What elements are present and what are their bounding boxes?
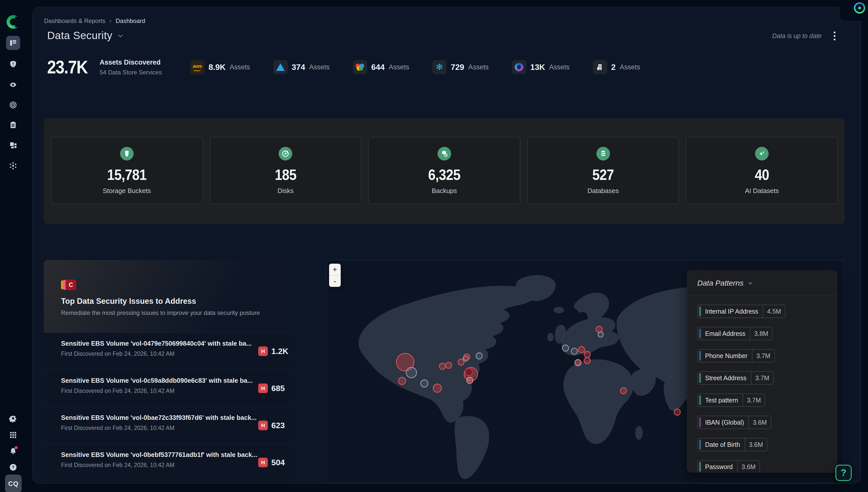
sidebar-item-dashboards[interactable] — [6, 36, 20, 50]
kebab-menu-icon[interactable] — [833, 30, 837, 41]
sidebar-item-inventory[interactable] — [6, 138, 20, 152]
issue-row[interactable]: Sensitive EBS Volume 'vol-0c59a8ddb090e6… — [44, 370, 292, 407]
zoom-out-button[interactable]: - — [329, 275, 341, 287]
severity-stack-icon: C — [61, 260, 292, 290]
provider-stat-on-premises: 2 Assets — [593, 60, 640, 74]
map-bubble[interactable] — [445, 362, 452, 368]
help-button[interactable]: ? — [836, 465, 851, 481]
cyera-logo-icon[interactable] — [6, 15, 20, 29]
microsoft-365-icon — [512, 60, 526, 74]
map-bubble[interactable] — [464, 354, 470, 360]
data-pattern-chip[interactable]: Email Address 3.8M — [697, 327, 772, 340]
map-bubble[interactable] — [571, 348, 578, 354]
issue-row[interactable]: Sensitive EBS Volume 'vol-0bebf5377761ad… — [44, 444, 292, 481]
azure-icon — [273, 60, 288, 74]
chevron-down-icon — [748, 280, 752, 285]
stat-card-disks[interactable]: 185 Disks — [210, 137, 362, 204]
blocks-icon — [9, 141, 17, 149]
map-bubble[interactable] — [598, 332, 604, 337]
aws-icon: aws — [190, 60, 205, 74]
chevron-down-icon — [118, 32, 123, 37]
issue-count: 685 — [271, 384, 285, 393]
stat-card-ai-datasets[interactable]: 40 AI Datasets — [686, 137, 838, 204]
data-pattern-chip[interactable]: Street Address 3.7M — [697, 371, 774, 385]
main-content-panel: Dashboards & Reports › Dashboard Data Se… — [32, 7, 861, 484]
issue-count: 1.2K — [271, 347, 288, 356]
issue-count: 623 — [271, 421, 285, 430]
assets-total: 23.7K — [47, 57, 87, 77]
grid-icon — [9, 431, 17, 439]
notification-badge — [15, 446, 18, 449]
map-bubble[interactable] — [433, 384, 441, 392]
map-bubble[interactable] — [596, 326, 603, 333]
provider-stat-aws: aws 8.9K Assets — [190, 60, 250, 74]
map-bubble[interactable] — [562, 345, 569, 351]
snowflake-icon: ❄ — [432, 60, 446, 74]
stat-card-databases[interactable]: 527 Databases — [527, 137, 679, 204]
breadcrumb-dashboards-reports[interactable]: Dashboards & Reports — [44, 18, 105, 24]
target-icon — [9, 101, 17, 109]
provider-stat-azure: 374 Assets — [273, 60, 330, 74]
data-pattern-chip[interactable]: Password 3.6M — [697, 460, 760, 473]
provider-stat-google-cloud: 644 Assets — [353, 60, 409, 74]
dashboard-selector[interactable]: Data Security — [47, 29, 121, 42]
data-patterns-panel: Data Patterns Internal IP Address 4.5M E… — [687, 270, 837, 473]
ai-sparkle-icon — [755, 147, 769, 161]
zoom-in-button[interactable]: + — [329, 264, 341, 275]
sidebar-item-reports[interactable] — [6, 118, 20, 132]
map-bubble[interactable] — [406, 367, 416, 378]
map-bubble[interactable] — [575, 360, 581, 366]
map-zoom-controls: + - — [329, 264, 341, 287]
stat-card-storage-buckets[interactable]: 15,781 Storage Buckets — [51, 137, 203, 204]
sidebar-item-ai[interactable] — [6, 159, 20, 173]
map-bubble[interactable] — [439, 363, 445, 369]
breadcrumb-dashboard[interactable]: Dashboard — [116, 18, 145, 24]
sidebar-item-apps[interactable] — [6, 428, 20, 442]
sidebar-item-notifications[interactable] — [6, 444, 20, 458]
question-circle-icon: ? — [9, 463, 17, 471]
backup-icon — [437, 147, 451, 161]
stat-card-backups[interactable]: 6,325 Backups — [368, 137, 520, 204]
data-pattern-chip[interactable]: Test pattern 3.7M — [697, 394, 765, 407]
data-pattern-chip[interactable]: IBAN (Global) 3.6M — [697, 416, 771, 429]
disk-icon — [279, 147, 292, 161]
issues-title: Top Data Security Issues to Address — [61, 297, 292, 306]
data-pattern-chip[interactable]: Internal IP Address 4.5M — [697, 305, 785, 318]
eye-icon — [9, 81, 17, 89]
svg-text:?: ? — [12, 465, 15, 470]
map-bubble[interactable] — [476, 353, 482, 359]
issues-subtitle: Remediate the most pressing issues to im… — [61, 309, 292, 316]
issue-count: 504 — [271, 458, 285, 467]
map-bubble[interactable] — [579, 346, 585, 353]
sidebar-item-discovery[interactable] — [6, 78, 20, 92]
map-bubble[interactable] — [584, 351, 590, 358]
data-pattern-chip[interactable]: Phone Number 3.7M — [697, 349, 775, 362]
severity-badge: H — [258, 346, 268, 356]
data-patterns-header[interactable]: Data Patterns — [687, 270, 837, 296]
sidebar-item-settings[interactable] — [6, 411, 20, 425]
account-avatar[interactable]: CQ — [5, 474, 22, 492]
map-bubble[interactable] — [674, 409, 680, 415]
data-pattern-chip[interactable]: Date of Birth 3.6M — [697, 438, 767, 451]
assets-total-sub: 54 Data Store Services — [100, 69, 162, 76]
map-bubble[interactable] — [584, 358, 590, 364]
map-bubble[interactable] — [399, 377, 406, 385]
sidebar: ? CQ — [0, 0, 32, 492]
data-patterns-title: Data Patterns — [697, 279, 743, 287]
sidebar-item-help[interactable]: ? — [6, 460, 20, 474]
map-bubble[interactable] — [620, 388, 627, 394]
gear-icon — [9, 414, 17, 422]
storage-bucket-icon — [120, 147, 134, 161]
recording-indicator-icon — [854, 2, 865, 14]
map-bubble[interactable] — [467, 377, 473, 384]
sidebar-item-classification[interactable] — [6, 98, 20, 112]
molecule-icon — [9, 162, 17, 170]
clipboard-list-icon — [9, 121, 17, 129]
issue-row[interactable]: Sensitive EBS Volume 'vol-0479e750699840… — [44, 333, 292, 370]
map-bubble[interactable] — [465, 368, 473, 376]
severity-badge: H — [258, 421, 268, 430]
issue-row[interactable]: Sensitive EBS Volume 'vol-0bae72c33f93f6… — [44, 407, 292, 444]
breadcrumb: Dashboards & Reports › Dashboard — [44, 17, 145, 25]
sidebar-item-issues[interactable] — [6, 57, 20, 71]
map-bubble[interactable] — [420, 380, 428, 387]
